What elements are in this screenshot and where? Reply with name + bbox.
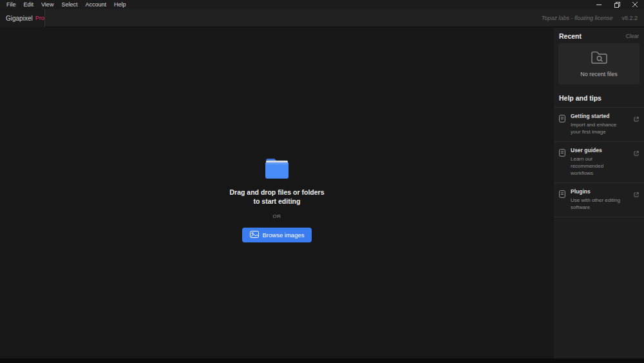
help-item-plugins[interactable]: Plugins Use with other editing software [554,183,644,217]
recent-title: Recent [559,32,582,40]
drag-drop-zone[interactable]: Drag and drop files or folders to start … [0,159,554,242]
help-title: Help and tips [559,94,601,102]
help-item-description: Learn our recommended workflows [571,155,622,177]
help-item-title: User guides [571,147,632,154]
document-icon [559,189,565,201]
menu-account[interactable]: Account [81,0,110,9]
menu-select[interactable]: Select [57,0,81,9]
window-bottom-edge [0,358,644,363]
browse-images-label: Browse images [263,231,305,239]
help-section-header: Help and tips [554,84,644,107]
license-text: Topaz labs - floating license [542,15,613,21]
help-item-getting-started[interactable]: Getting started Import and enhance your … [554,108,644,142]
no-recent-files-label: No recent files [580,71,618,77]
editor-canvas-area: Drag and drop files or folders to start … [0,28,554,358]
external-link-icon [634,188,639,200]
license-info: Topaz labs - floating license v8.2.2 [542,9,638,27]
help-item-user-guides[interactable]: User guides Learn our recommended workfl… [554,142,644,183]
menu-edit[interactable]: Edit [20,0,38,9]
version-label: v8.2.2 [621,15,638,21]
recent-section-header: Recent Clear [554,28,644,43]
external-link-icon [634,113,639,124]
external-link-icon [634,147,639,159]
plan-badge: Pro [35,15,44,21]
menu-view[interactable]: View [37,0,57,9]
close-button[interactable] [626,0,644,9]
document-icon [559,148,565,159]
close-icon [632,2,638,7]
document-icon [559,113,565,125]
minimize-button[interactable] [590,0,608,9]
browse-images-button[interactable]: Browse images [242,228,312,242]
help-item-title: Getting started [571,113,632,120]
help-item-title: Plugins [571,188,632,195]
or-separator-label: OR [273,213,281,219]
folder-search-icon [591,51,607,67]
restore-icon [614,2,620,8]
title-bar: Gigapixel Pro Topaz labs - floating lice… [0,9,644,27]
welcome-sidebar: Recent Clear No recent files Help and ti… [554,28,644,358]
app-window: File Edit View Select Account Help [0,0,644,363]
drop-zone-title: Drag and drop files or folders to start … [229,188,324,206]
restore-button[interactable] [608,0,626,9]
minimize-icon [596,2,601,7]
menu-help[interactable]: Help [110,0,130,9]
help-item-description: Import and enhance your first image [571,121,622,135]
window-controls [590,0,644,9]
menu-file[interactable]: File [3,0,20,9]
help-item-description: Use with other editing software [571,197,622,211]
blue-folder-icon [265,159,289,181]
app-tab-gigapixel[interactable]: Gigapixel Pro [0,9,45,27]
recent-empty-panel: No recent files [558,43,639,84]
clear-recent-button[interactable]: Clear [626,33,639,39]
menu-bar: File Edit View Select Account Help [0,0,644,9]
app-name: Gigapixel [6,15,33,22]
image-icon [250,231,263,239]
help-list: Getting started Import and enhance your … [554,107,644,217]
